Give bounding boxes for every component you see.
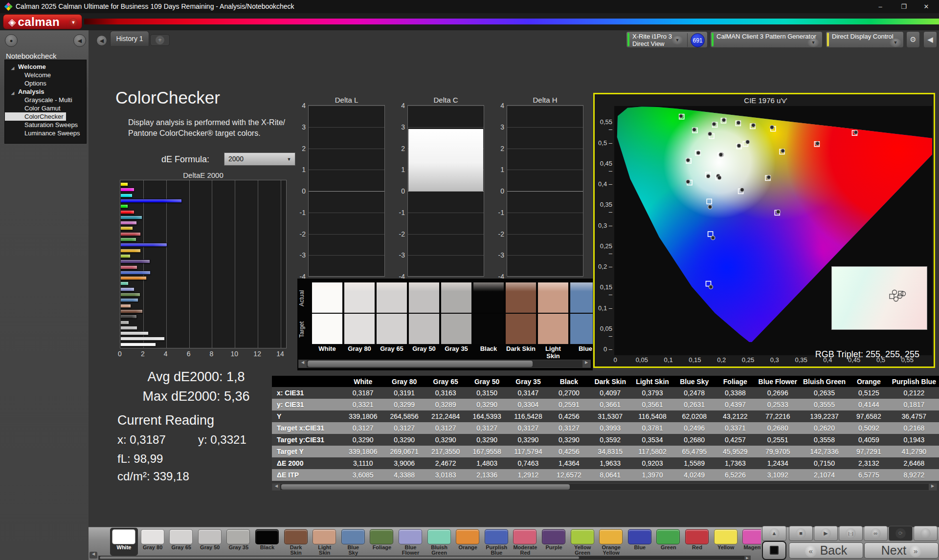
sidebar-item-analysis[interactable]: ◢Analysis [5, 87, 86, 96]
gridline [258, 180, 258, 348]
pattern-chevron-icon[interactable]: ▼ [807, 39, 819, 47]
scroll-left-icon[interactable]: ◀ [299, 360, 307, 367]
play-button[interactable]: ▶ [814, 526, 838, 541]
palette-patch-green[interactable]: Green [654, 528, 682, 556]
table-scroll-left-icon[interactable]: ◀ [272, 484, 280, 490]
tab-scroll-left-button[interactable]: ◀ [96, 35, 107, 46]
palette-patch-red[interactable]: Red [683, 528, 711, 556]
stop-button[interactable]: ■ [789, 526, 813, 541]
palette-patch-gray-65[interactable]: Gray 65 [167, 528, 195, 556]
patch-swatch [112, 529, 135, 544]
patch-swatch [226, 529, 250, 544]
palette-patch-purple[interactable]: Purple [540, 528, 568, 556]
sidebar-item-saturation-sweeps[interactable]: Saturation Sweeps [5, 121, 86, 129]
app-header: ◈ calman ▼ [0, 13, 939, 30]
measured-marker-magenta-100- [776, 210, 780, 214]
palette-patch-black[interactable]: Black [253, 528, 281, 556]
series-button[interactable]: [··] [839, 526, 863, 541]
palette-patch-dark-skin[interactable]: DarkSkin [282, 528, 310, 556]
table-scrollbar-thumb[interactable] [281, 484, 570, 490]
compare-scrollbar[interactable]: ◀ ▶ [298, 360, 591, 368]
display-chevron-icon[interactable]: ▼ [890, 39, 901, 47]
palette-patch-yellow-green[interactable]: YellowGreen [569, 528, 597, 556]
cell: 62,0208 [673, 410, 715, 422]
palette-scroll-right-icon[interactable]: ▶ [744, 556, 750, 560]
y-tick-label: -3 [395, 251, 405, 259]
gridline [408, 106, 484, 106]
palette-patch-blue[interactable]: Blue [626, 528, 654, 556]
refresh-button[interactable]: ⟳ [889, 526, 913, 541]
cell: 3,9006 [383, 457, 425, 469]
sidebar-collapse-button[interactable]: ◀ [73, 34, 86, 47]
back-button[interactable]: « Back [789, 542, 863, 559]
measured-marker-green [693, 128, 696, 131]
palette-patch-magenta[interactable]: Magenta [740, 528, 761, 556]
sidebar-item-color-gamut[interactable]: Color Gamut [5, 104, 86, 112]
palette-scrollbar-thumb[interactable] [100, 557, 579, 559]
meter-selector[interactable]: X-Rite i1Pro 3 Direct View ▼ 691 [626, 31, 708, 48]
patch-swatch [571, 529, 594, 544]
panel-expand-button[interactable]: ▲ [762, 526, 786, 541]
logo-menu-chevron-icon[interactable]: ▼ [69, 18, 78, 27]
display-control-selector[interactable]: Direct Display Control ▼ [826, 31, 904, 48]
palette-patch-bluish-green[interactable]: BluishGreen [425, 528, 453, 556]
de-formula-dropdown[interactable]: 2000 ▼ [224, 152, 295, 166]
tab-history-1[interactable]: History 1 [110, 31, 149, 46]
palette-patch-yellow[interactable]: Yellow [712, 528, 740, 556]
palette-scroll-left-icon[interactable]: ◀ [89, 552, 97, 559]
patch-palette: WhiteGray 80Gray 65Gray 50Gray 35BlackDa… [110, 527, 761, 556]
y-tick-label: 4 [395, 102, 405, 109]
sidebar-item-colorchecker[interactable]: ColorChecker [5, 112, 66, 121]
palette-scrollbar[interactable]: ▶ [98, 556, 751, 560]
sidebar-options-button[interactable]: ● [5, 34, 18, 47]
sidebar-item-luminance-sweeps[interactable]: Luminance Sweeps [5, 129, 86, 137]
gridline [309, 191, 384, 192]
palette-patch-gray-35[interactable]: Gray 35 [224, 528, 252, 556]
measured-marker-magenta [767, 175, 771, 179]
pattern-generator-selector[interactable]: CalMAN Client 3 Pattern Generator ▼ [710, 31, 823, 48]
de-bar-blue-flower [120, 287, 134, 291]
add-tab-button[interactable]: + [150, 34, 170, 46]
de-bar-magenta-100- [120, 188, 134, 192]
palette-patch-purplish-blue[interactable]: PurplishBlue [483, 528, 511, 556]
meter-chevron-icon[interactable]: ▼ [671, 36, 683, 44]
cie-y-tick: 0,5 – [596, 139, 612, 147]
stop-measure-button[interactable] [762, 541, 786, 560]
de-bar-bluish-green [120, 281, 129, 285]
close-button[interactable]: ✕ [917, 0, 936, 13]
cie-x-tick: 0,35 [792, 356, 810, 364]
actual-swatch [312, 282, 342, 313]
next-button[interactable]: Next » [864, 542, 939, 559]
patch-name-label: Dark Skin [506, 345, 536, 352]
compare-scrollbar-thumb[interactable] [308, 361, 533, 367]
sidebar-item-options[interactable]: Options [5, 79, 86, 87]
sidebar-item-grayscale-multi[interactable]: Grayscale - Multi [5, 96, 86, 104]
palette-patch-light-skin[interactable]: LightSkin [311, 528, 338, 556]
minimize-button[interactable]: – [871, 0, 890, 13]
cell: 2,3132 [849, 457, 889, 469]
palette-patch-gray-80[interactable]: Gray 80 [139, 528, 167, 556]
delta-l-title: Delta L [308, 96, 385, 104]
blank-button[interactable] [914, 526, 938, 541]
palette-patch-foliage[interactable]: Foliage [368, 528, 396, 556]
gridline [309, 170, 384, 170]
palette-patch-blue-sky[interactable]: BlueSky [339, 528, 367, 556]
palette-patch-blue-flower[interactable]: BlueFlower [397, 528, 425, 556]
sidebar-item-welcome[interactable]: ◢Welcome [5, 63, 86, 71]
table-scroll-right-icon[interactable]: ▶ [929, 484, 937, 490]
sidebar-item-welcome[interactable]: Welcome [5, 71, 86, 79]
palette-patch-orange[interactable]: Orange [454, 528, 482, 556]
table-scrollbar[interactable]: ◀ ▶ [272, 483, 937, 491]
palette-patch-orange-yellow[interactable]: OrangeYellow [597, 528, 625, 556]
measured-marker-foliage [708, 132, 712, 136]
palette-patch-moderate-red[interactable]: ModerateRed [511, 528, 539, 556]
gridline [507, 149, 583, 149]
loop-button[interactable]: ∞ [864, 526, 888, 541]
maximize-button[interactable]: ❐ [894, 0, 914, 13]
settings-button[interactable]: ⚙ [906, 31, 920, 48]
palette-patch-gray-50[interactable]: Gray 50 [196, 528, 224, 556]
scroll-right-icon[interactable]: ▶ [582, 360, 590, 367]
panel-collapse-button[interactable]: ◀ [923, 31, 937, 48]
palette-patch-white[interactable]: White [110, 528, 138, 556]
calman-logo-button[interactable]: ◈ calman ▼ [3, 14, 82, 29]
